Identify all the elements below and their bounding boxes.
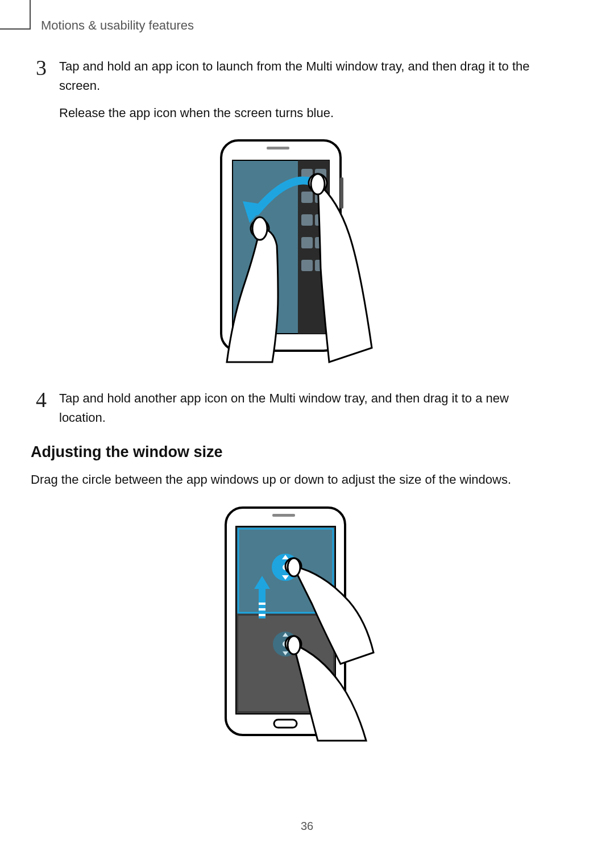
page-content: 3 Tap and hold an app icon to launch fro… xyxy=(31,57,554,767)
header-rule-vertical xyxy=(30,0,31,30)
svg-rect-35 xyxy=(259,608,265,610)
step-3: 3 Tap and hold an app icon to launch fro… xyxy=(31,57,554,123)
step-3-para-1: Tap and hold an app icon to launch from … xyxy=(59,57,554,95)
svg-rect-34 xyxy=(259,603,265,605)
subheading-adjusting-window-size: Adjusting the window size xyxy=(31,443,554,461)
step-4: 4 Tap and hold another app icon on the M… xyxy=(31,389,554,427)
svg-rect-12 xyxy=(301,260,313,271)
illustration-resize-windows xyxy=(210,505,375,744)
body-text: Drag the circle between the app windows … xyxy=(31,470,554,489)
svg-point-40 xyxy=(288,558,300,576)
illustration-multiwindow-drag xyxy=(210,138,375,365)
step-number: 3 xyxy=(31,57,47,78)
svg-rect-1 xyxy=(267,147,289,149)
svg-rect-6 xyxy=(301,192,313,203)
svg-point-17 xyxy=(252,217,267,240)
step-number: 4 xyxy=(31,389,47,410)
svg-rect-8 xyxy=(301,214,313,226)
svg-rect-10 xyxy=(301,237,313,248)
figure-drag-app-icon xyxy=(31,138,554,365)
step-3-para-2: Release the app icon when the screen tur… xyxy=(59,103,554,123)
header-rule-horizontal xyxy=(0,28,31,30)
figure-adjust-window-size xyxy=(31,505,554,744)
svg-rect-37 xyxy=(274,720,297,728)
svg-rect-19 xyxy=(340,177,343,209)
svg-point-18 xyxy=(311,174,325,194)
svg-point-41 xyxy=(288,636,300,654)
svg-rect-21 xyxy=(272,514,295,517)
breadcrumb: Motions & usability features xyxy=(41,18,194,33)
step-text: Tap and hold another app icon on the Mul… xyxy=(59,389,554,427)
svg-rect-36 xyxy=(259,614,265,616)
step-4-para-1: Tap and hold another app icon on the Mul… xyxy=(59,389,554,427)
step-text: Tap and hold an app icon to launch from … xyxy=(59,57,554,123)
page-number: 36 xyxy=(0,820,614,833)
